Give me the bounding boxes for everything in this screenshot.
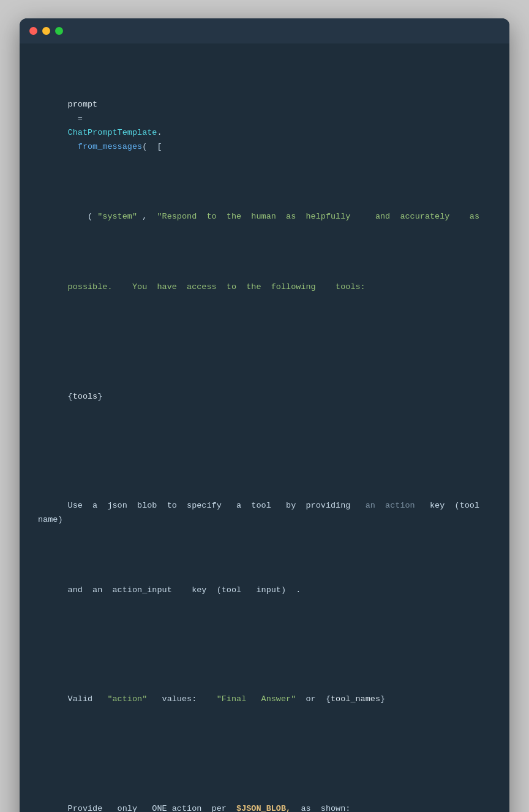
spacer-3	[38, 640, 491, 651]
line-3: possible. You have access to the followi…	[38, 266, 491, 309]
spacer-4	[38, 749, 491, 760]
spacer-2	[38, 446, 491, 457]
line-5: Use a json blob to specify a tool by pro…	[38, 485, 491, 541]
spacer-1	[38, 337, 491, 348]
code-window: prompt = ChatPromptTemplate. from_messag…	[20, 18, 509, 812]
close-button[interactable]	[29, 27, 37, 35]
line-6: and an action_input key (tool input) .	[38, 570, 491, 612]
line-2: ( "system" , "Respond to the human as he…	[38, 196, 491, 238]
minimize-button[interactable]	[42, 27, 50, 35]
line-4: {tools}	[38, 376, 491, 418]
line-1: prompt = ChatPromptTemplate. from_messag…	[38, 84, 491, 168]
line-7: Valid "action" values: "Final Answer" or…	[38, 679, 491, 721]
maximize-button[interactable]	[55, 27, 63, 35]
titlebar	[20, 18, 509, 43]
line-8: Provide only ONE action per $JSON_BLOB, …	[38, 788, 491, 812]
code-content: prompt = ChatPromptTemplate. from_messag…	[20, 43, 509, 812]
